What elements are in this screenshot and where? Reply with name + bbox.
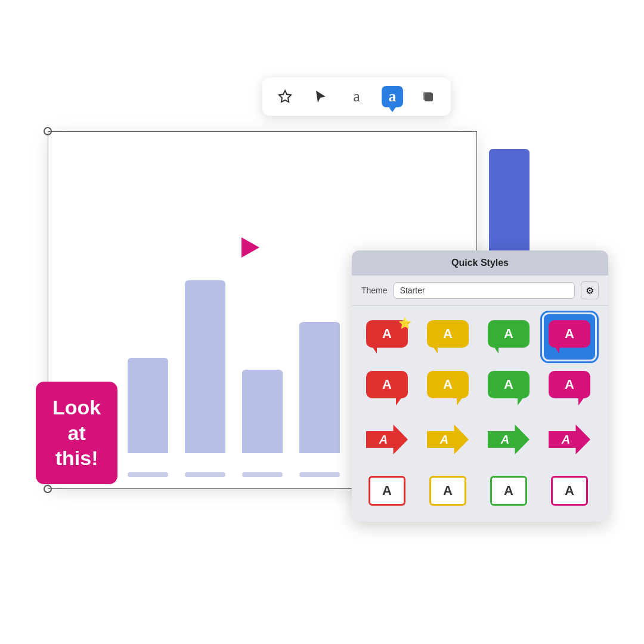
star-badge: ⭐ xyxy=(398,317,411,330)
cursor-icon[interactable] xyxy=(310,86,332,107)
bar-3 xyxy=(242,370,283,453)
star-icon[interactable] xyxy=(274,86,296,107)
style-item-yellow-speech[interactable]: A xyxy=(422,366,473,411)
svg-marker-0 xyxy=(279,91,291,102)
svg-rect-2 xyxy=(425,93,433,101)
layers-icon[interactable] xyxy=(417,86,439,107)
callout-box: Look at this! xyxy=(36,382,117,484)
dot-4 xyxy=(299,472,340,477)
theme-select[interactable]: Starter xyxy=(394,282,575,299)
style-item-green-speech[interactable]: A xyxy=(483,366,534,411)
style-item-red-speech[interactable]: A xyxy=(361,366,413,411)
style-item-yellow-callout[interactable]: A xyxy=(422,314,473,360)
callout-text: Look at this! xyxy=(52,396,101,469)
style-item-pink-callout-selected[interactable]: A xyxy=(544,314,595,360)
toolbar-panel: a a xyxy=(262,78,451,116)
text-a-active-icon[interactable]: a xyxy=(382,86,403,107)
gear-icon[interactable]: ⚙ xyxy=(581,281,599,299)
style-item-red-arrow[interactable]: A xyxy=(361,417,413,462)
style-item-green-arrow[interactable]: A xyxy=(483,417,534,462)
style-item-green-callout[interactable]: A xyxy=(483,314,534,360)
quick-styles-panel: Quick Styles Theme Starter ⚙ A ⭐ A xyxy=(352,250,608,522)
style-item-green-outline[interactable]: A xyxy=(483,468,534,513)
style-item-pink-outline[interactable]: A xyxy=(544,468,595,513)
style-item-pink-arrow[interactable]: A xyxy=(544,417,595,462)
dot-3 xyxy=(242,472,283,477)
style-item-yellow-arrow[interactable]: A xyxy=(422,417,473,462)
quick-styles-header: Quick Styles xyxy=(352,250,608,275)
styles-grid: A ⭐ A A xyxy=(352,306,608,522)
theme-label: Theme xyxy=(361,286,388,295)
style-item-red-callout[interactable]: A ⭐ xyxy=(361,314,413,360)
theme-row: Theme Starter ⚙ xyxy=(352,275,608,306)
dot-1 xyxy=(128,472,168,477)
text-a-icon[interactable]: a xyxy=(346,86,367,107)
bar-1 xyxy=(128,358,168,453)
style-item-red-outline[interactable]: A xyxy=(361,468,413,513)
style-item-yellow-outline[interactable]: A xyxy=(422,468,473,513)
quick-styles-title: Quick Styles xyxy=(451,258,509,268)
style-item-pink-speech[interactable]: A xyxy=(544,366,595,411)
dot-2 xyxy=(185,472,225,477)
bar-4 xyxy=(299,322,340,453)
bar-2 xyxy=(185,280,225,453)
